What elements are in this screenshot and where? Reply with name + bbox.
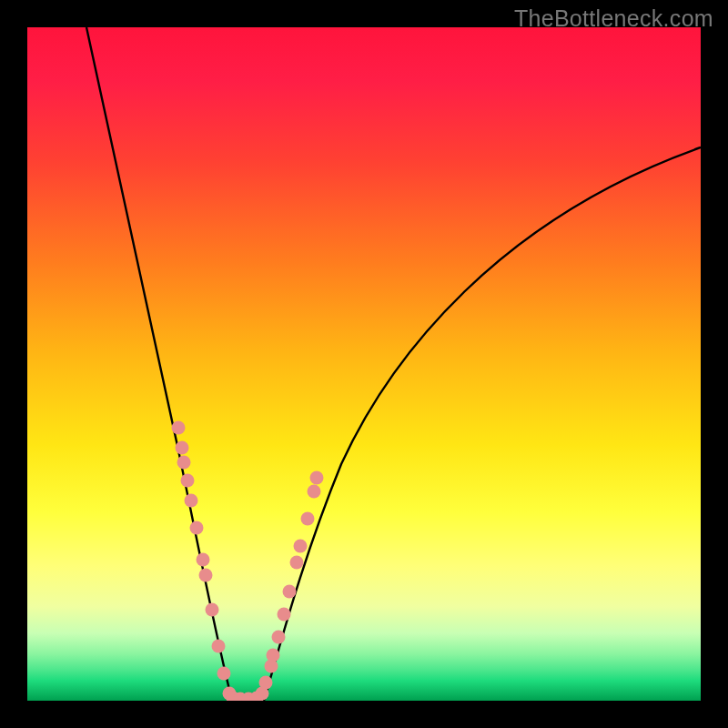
data-marker [217,667,231,681]
markers-group [172,421,324,702]
data-marker [185,494,198,508]
plot-area [27,27,701,701]
data-marker [278,608,291,622]
data-marker [283,585,297,599]
watermark-text: TheBottleneck.com [514,5,713,32]
chart-svg [27,27,701,701]
data-marker [308,485,321,499]
data-marker [172,421,186,435]
data-marker [301,512,315,526]
data-marker [190,521,204,535]
data-marker [272,631,286,644]
data-marker [294,540,308,553]
right-curve [264,147,701,701]
data-marker [206,603,219,617]
data-marker [267,649,280,662]
data-marker [259,676,273,690]
data-marker [176,441,189,455]
data-marker [197,553,210,567]
data-marker [290,556,304,570]
data-marker [177,456,191,470]
chart-frame: TheBottleneck.com [0,0,728,728]
left-curve [86,27,232,701]
data-marker [310,471,324,485]
data-marker [212,640,226,653]
data-marker [199,569,213,582]
data-marker [181,474,195,488]
